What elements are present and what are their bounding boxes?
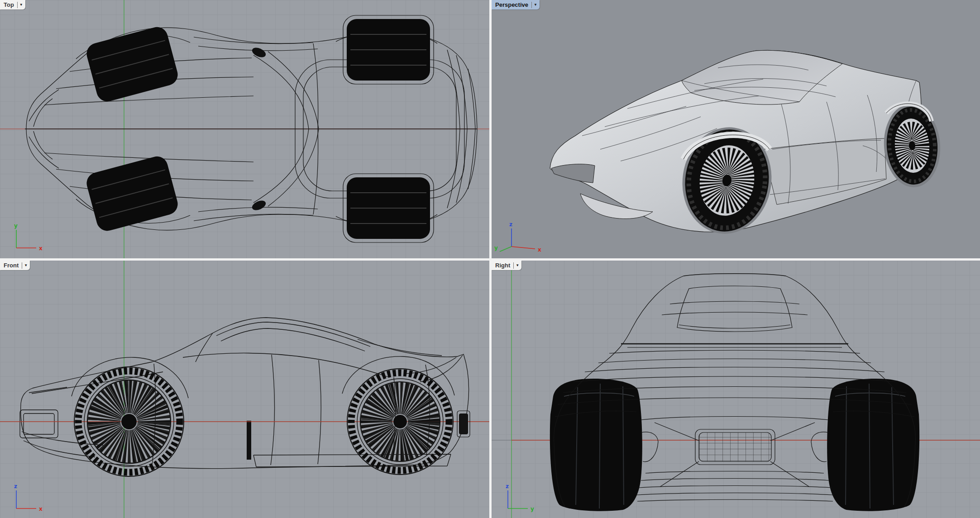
tab-separator — [513, 262, 514, 269]
rhino-4view-workspace: y x Top ▼ — [0, 0, 980, 518]
svg-text:z: z — [506, 483, 509, 489]
svg-text:y: y — [494, 245, 498, 251]
svg-text:x: x — [39, 506, 43, 512]
viewport-top[interactable]: y x Top ▼ — [0, 0, 489, 258]
diffuser-mesh — [699, 432, 771, 461]
svg-text:y: y — [531, 506, 534, 512]
perspective-view-canvas: z x y — [492, 0, 980, 258]
viewport-right[interactable]: z y Right ▼ — [492, 261, 980, 518]
viewport-perspective[interactable]: z x y Perspective ▼ — [492, 0, 980, 258]
viewport-tab-front[interactable]: Front ▼ — [0, 261, 30, 270]
right-view-canvas: z y — [492, 261, 980, 518]
svg-text:z: z — [509, 221, 512, 228]
tab-separator — [22, 262, 22, 269]
viewport-title: Perspective — [495, 1, 528, 8]
front-view-canvas: z x — [0, 261, 489, 518]
viewport-tab-right[interactable]: Right ▼ — [492, 261, 521, 270]
viewport-menu-arrow-icon[interactable]: ▼ — [534, 3, 537, 7]
viewport-menu-arrow-icon[interactable]: ▼ — [24, 264, 28, 267]
rear-wheel-right-top — [343, 174, 434, 242]
viewport-title: Front — [4, 262, 19, 269]
viewport-tab-top[interactable]: Top ▼ — [0, 0, 25, 10]
tab-separator — [531, 2, 532, 8]
svg-text:z: z — [14, 483, 17, 489]
tab-separator — [17, 2, 18, 8]
svg-text:x: x — [538, 247, 541, 253]
viewport-menu-arrow-icon[interactable]: ▼ — [19, 3, 23, 7]
viewport-tab-perspective[interactable]: Perspective ▼ — [492, 0, 540, 10]
viewport-front[interactable]: z x Front ▼ — [0, 261, 489, 518]
rear-view-wheel-right — [827, 379, 919, 511]
svg-text:y: y — [14, 223, 18, 229]
rear-view-wheel-left — [550, 379, 642, 511]
top-view-canvas: y x — [0, 0, 489, 258]
viewport-title: Top — [4, 1, 14, 8]
viewport-title: Right — [495, 262, 510, 269]
door-edge-vent — [247, 421, 251, 460]
svg-text:x: x — [39, 245, 43, 252]
viewport-menu-arrow-icon[interactable]: ▼ — [516, 264, 519, 267]
rear-wheel-left-top — [343, 15, 434, 84]
